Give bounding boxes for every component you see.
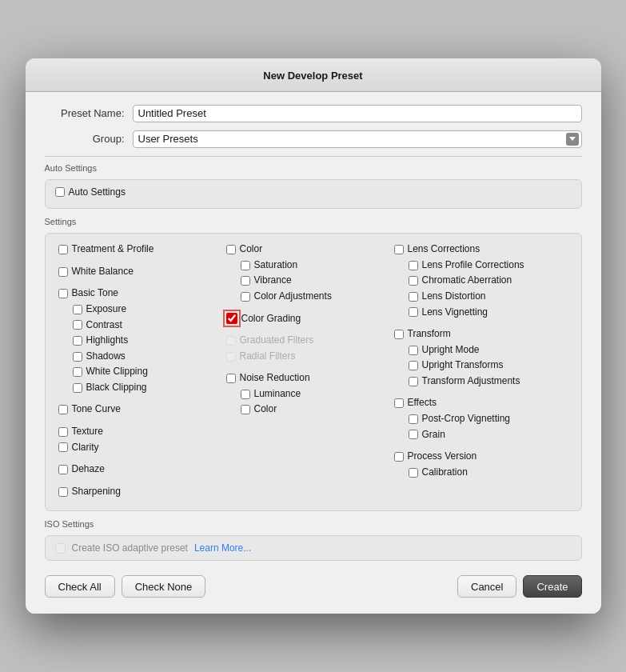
basic-tone-label: Basic Tone: [72, 287, 118, 300]
clarity-label: Clarity: [72, 442, 99, 454]
shadows-checkbox[interactable]: [73, 352, 82, 362]
check-none-button[interactable]: Check None: [122, 575, 206, 598]
create-button[interactable]: Create: [523, 575, 581, 598]
highlights-label: Highlights: [86, 334, 129, 347]
graduated-filters-checkbox[interactable]: [226, 336, 236, 346]
calibration-label: Calibration: [422, 466, 468, 479]
transform-label: Transform: [408, 328, 451, 341]
upright-transforms-item: Upright Transforms: [409, 359, 560, 372]
treatment-profile-checkbox[interactable]: [58, 245, 68, 254]
color-grading-label: Color Grading: [241, 313, 301, 326]
noise-reduction-item: Noise Reduction: [226, 372, 386, 385]
lens-profile-item: Lens Profile Corrections: [409, 259, 560, 272]
upright-transforms-checkbox[interactable]: [409, 361, 418, 370]
cancel-button[interactable]: Cancel: [457, 575, 516, 598]
luminance-label: Luminance: [254, 388, 301, 401]
color-adjustments-item: Color Adjustments: [241, 290, 386, 303]
lens-profile-checkbox[interactable]: [409, 261, 418, 270]
post-crop-vignetting-checkbox[interactable]: [409, 414, 418, 424]
color-item: Color: [226, 243, 386, 256]
sharpening-item: Sharpening: [58, 486, 218, 498]
effects-checkbox[interactable]: [394, 398, 404, 408]
saturation-checkbox[interactable]: [241, 261, 250, 270]
grain-checkbox[interactable]: [409, 430, 418, 439]
transform-adjustments-checkbox[interactable]: [409, 377, 418, 386]
chromatic-aberration-item: Chromatic Aberration: [409, 274, 560, 287]
exposure-checkbox[interactable]: [73, 305, 82, 314]
auto-settings-divider: Auto Settings: [45, 156, 582, 173]
iso-settings-section-label: ISO Settings: [45, 519, 582, 529]
dialog: New Develop Preset Preset Name: Group: U…: [26, 58, 601, 614]
dehaze-checkbox[interactable]: [58, 465, 68, 474]
shadows-label: Shadows: [86, 350, 126, 363]
lens-distortion-checkbox[interactable]: [409, 292, 418, 302]
group-row: Group: User Presets Default Custom: [45, 130, 582, 148]
iso-adaptive-checkbox[interactable]: [55, 543, 66, 554]
chromatic-aberration-checkbox[interactable]: [409, 276, 418, 286]
process-version-item: Process Version: [394, 450, 560, 463]
post-crop-item: Post-Crop Vignetting: [409, 413, 560, 426]
lens-vignetting-checkbox[interactable]: [409, 307, 418, 317]
process-version-checkbox[interactable]: [394, 452, 404, 462]
vibrance-checkbox[interactable]: [241, 276, 250, 286]
clarity-checkbox[interactable]: [58, 442, 68, 452]
iso-adaptive-label: Create ISO adaptive preset: [72, 542, 188, 554]
auto-settings-item: Auto Settings: [55, 186, 572, 199]
vibrance-label: Vibrance: [254, 274, 292, 287]
color-grading-checkbox[interactable]: [226, 313, 237, 324]
contrast-checkbox[interactable]: [73, 320, 82, 330]
lens-corrections-label: Lens Corrections: [408, 243, 480, 256]
upright-mode-checkbox[interactable]: [409, 346, 418, 355]
upright-mode-item: Upright Mode: [409, 344, 560, 357]
bottom-buttons: Check All Check None Cancel Create: [45, 570, 582, 601]
nr-color-label: Color: [254, 403, 277, 416]
nr-color-checkbox[interactable]: [241, 405, 250, 414]
title-bar: New Develop Preset: [26, 58, 601, 92]
white-clipping-checkbox[interactable]: [73, 367, 82, 377]
saturation-item: Saturation: [241, 259, 386, 272]
lens-vignetting-label: Lens Vignetting: [422, 306, 488, 319]
tone-curve-checkbox[interactable]: [58, 405, 68, 414]
sharpening-checkbox[interactable]: [58, 487, 68, 497]
check-all-button[interactable]: Check All: [45, 575, 115, 598]
group-select[interactable]: User Presets Default Custom: [133, 130, 582, 148]
transform-checkbox[interactable]: [394, 330, 404, 339]
texture-checkbox[interactable]: [58, 427, 68, 437]
color-adjustments-label: Color Adjustments: [254, 290, 332, 303]
preset-name-input[interactable]: [133, 105, 582, 122]
calibration-checkbox[interactable]: [409, 468, 418, 478]
dialog-title: New Develop Preset: [42, 70, 585, 82]
color-adjustments-checkbox[interactable]: [241, 292, 250, 302]
settings-col-3: Lens Corrections Lens Profile Correction…: [394, 243, 568, 482]
iso-row: Create ISO adaptive preset Learn More...: [55, 542, 572, 554]
luminance-checkbox[interactable]: [241, 390, 250, 399]
process-version-label: Process Version: [408, 450, 477, 463]
grain-item: Grain: [409, 429, 560, 442]
basic-tone-checkbox[interactable]: [58, 289, 68, 298]
radial-filters-label: Radial Filters: [240, 350, 296, 363]
noise-reduction-checkbox[interactable]: [226, 374, 236, 383]
graduated-filters-item: Graduated Filters: [226, 334, 386, 347]
learn-more-link[interactable]: Learn More...: [194, 542, 251, 554]
lens-profile-label: Lens Profile Corrections: [422, 259, 524, 272]
lens-corrections-item: Lens Corrections: [394, 243, 560, 256]
effects-item: Effects: [394, 397, 560, 410]
exposure-label: Exposure: [86, 303, 127, 316]
color-checkbox[interactable]: [226, 245, 236, 254]
sharpening-label: Sharpening: [72, 486, 121, 498]
vibrance-item: Vibrance: [241, 274, 386, 287]
shadows-item: Shadows: [73, 350, 218, 363]
preset-name-row: Preset Name:: [45, 105, 582, 122]
black-clipping-checkbox[interactable]: [73, 383, 82, 393]
radial-filters-checkbox[interactable]: [226, 352, 236, 362]
transform-item: Transform: [394, 328, 560, 341]
bottom-left-buttons: Check All Check None: [45, 575, 206, 598]
auto-settings-checkbox[interactable]: [55, 187, 65, 197]
highlights-checkbox[interactable]: [73, 336, 82, 346]
texture-label: Texture: [72, 426, 103, 438]
chromatic-aberration-label: Chromatic Aberration: [422, 274, 512, 287]
preset-name-label: Preset Name:: [45, 107, 133, 119]
white-balance-checkbox[interactable]: [58, 267, 68, 277]
lens-corrections-checkbox[interactable]: [394, 245, 404, 254]
grain-label: Grain: [422, 429, 445, 442]
